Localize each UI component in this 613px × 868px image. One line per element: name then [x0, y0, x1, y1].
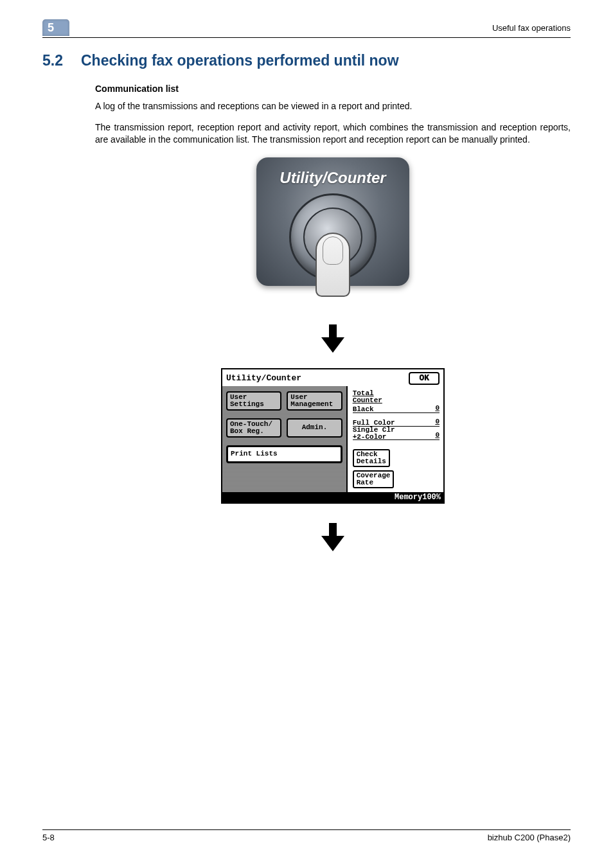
memory-status: Memory100%: [222, 492, 443, 502]
paragraph-1: A log of the transmissions and reception…: [95, 100, 571, 112]
user-management-button[interactable]: User Management: [287, 391, 342, 411]
coverage-rate-button[interactable]: CoverageRate: [353, 470, 395, 488]
chapter-number-tab: 5: [42, 19, 69, 36]
page-number: 5-8: [42, 833, 55, 842]
user-settings-button[interactable]: User Settings: [226, 391, 281, 411]
section-title: Checking fax operations performed until …: [81, 52, 399, 69]
section-number: 5.2: [42, 52, 63, 69]
page-footer: 5-8 bizhub C200 (Phase2): [42, 829, 571, 842]
admin-button[interactable]: Admin.: [287, 418, 342, 438]
model-name: bizhub C200 (Phase2): [488, 833, 571, 842]
counter-single-color-label: Single Clr+2-Color: [353, 427, 440, 441]
arrow-down-icon: [321, 324, 344, 353]
print-lists-button[interactable]: Print Lists: [226, 445, 342, 463]
ok-button[interactable]: OK: [409, 372, 440, 385]
utility-counter-button-figure: Utility/Counter: [256, 157, 409, 305]
section-heading: 5.2 Checking fax operations performed un…: [42, 52, 571, 69]
subheading: Communication list: [95, 84, 571, 94]
arrow-down-icon: [321, 523, 344, 551]
utility-counter-outer-ring: [289, 193, 377, 281]
paragraph-2: The transmission report, reception repor…: [95, 121, 571, 146]
lcd-title: Utility/Counter: [226, 373, 301, 383]
one-touch-box-reg-button[interactable]: One-Touch/ Box Reg.: [226, 418, 281, 438]
page-header: 5 Useful fax operations: [42, 19, 571, 36]
utility-counter-label: Utility/Counter: [280, 169, 386, 187]
header-rule: [42, 37, 571, 38]
header-label: Useful fax operations: [492, 23, 571, 33]
total-counter-heading: TotalCounter: [353, 390, 440, 405]
counter-black-label: Black: [353, 406, 440, 413]
pressing-finger-icon: [315, 233, 350, 297]
lcd-screen: Utility/Counter OK User Settings User Ma…: [221, 368, 445, 504]
check-details-button[interactable]: CheckDetails: [353, 449, 390, 467]
